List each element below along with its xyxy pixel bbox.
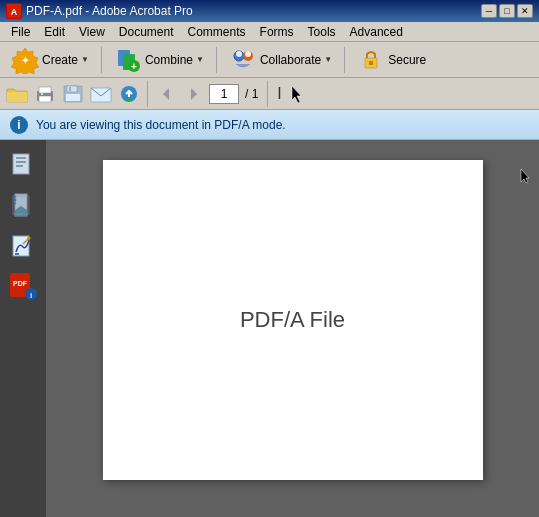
pages-icon [11, 152, 35, 180]
svg-point-12 [245, 51, 251, 57]
menu-view[interactable]: View [72, 22, 112, 42]
menu-comments[interactable]: Comments [181, 22, 253, 42]
create-dropdown-arrow: ▼ [81, 55, 89, 64]
svg-text:A: A [11, 7, 18, 17]
svg-rect-16 [39, 87, 51, 93]
bookmarks-panel-button[interactable] [5, 188, 41, 224]
svg-rect-14 [369, 61, 373, 65]
svg-rect-22 [69, 87, 71, 91]
main-area: PDF i PDF/A File [0, 140, 539, 517]
svg-marker-25 [163, 88, 169, 100]
folder-icon [6, 84, 28, 104]
separator-2 [216, 47, 217, 73]
separator-5 [267, 81, 268, 107]
pdf-badge-icon: PDF i [9, 272, 37, 300]
signatures-panel-button[interactable] [5, 228, 41, 264]
svg-text:i: i [30, 291, 32, 300]
menu-tools[interactable]: Tools [301, 22, 343, 42]
create-button[interactable]: ✦ Create ▼ [4, 43, 96, 77]
create-icon: ✦ [11, 46, 39, 74]
collaborate-label: Collaborate [260, 53, 321, 67]
next-page-icon [186, 86, 202, 102]
combine-dropdown-arrow: ▼ [196, 55, 204, 64]
svg-text:✦: ✦ [21, 55, 30, 66]
pdf-info-button[interactable]: PDF i [5, 268, 41, 304]
mouse-cursor [519, 168, 531, 189]
separator-3 [344, 47, 345, 73]
collaborate-icon [229, 46, 257, 74]
email-icon [90, 84, 112, 104]
bookmarks-icon [11, 192, 35, 220]
info-icon: i [10, 116, 28, 134]
title-bar: A PDF-A.pdf - Adobe Acrobat Pro ─ □ ✕ [0, 0, 539, 22]
pages-panel-button[interactable] [5, 148, 41, 184]
folder-button[interactable] [4, 82, 30, 106]
create-label: Create [42, 53, 78, 67]
secure-button[interactable]: Secure [350, 43, 433, 77]
app-icon: A [6, 3, 22, 19]
svg-rect-17 [39, 96, 51, 102]
nav-toolbar: / 1 I [0, 78, 539, 110]
prev-page-button[interactable] [153, 82, 179, 106]
svg-rect-20 [67, 86, 77, 92]
combine-label: Combine [145, 53, 193, 67]
signatures-icon [11, 232, 35, 260]
svg-point-11 [236, 51, 242, 57]
window-title: PDF-A.pdf - Adobe Acrobat Pro [26, 4, 477, 18]
combine-icon: + [114, 46, 142, 74]
page-total: / 1 [241, 87, 262, 101]
main-toolbar: ✦ Create ▼ + Combine ▼ Collaborate ▼ [0, 42, 539, 78]
page-number-input[interactable] [209, 84, 239, 104]
menu-document[interactable]: Document [112, 22, 181, 42]
upload-icon [118, 84, 140, 104]
separator-4 [147, 81, 148, 107]
cursor-icon [288, 84, 304, 104]
svg-marker-26 [191, 88, 197, 100]
prev-page-icon [158, 86, 174, 102]
document-content: PDF/A File [240, 307, 345, 333]
print-icon [34, 84, 56, 104]
svg-rect-29 [16, 161, 26, 163]
document-view[interactable]: PDF/A File [46, 140, 539, 517]
left-sidebar: PDF i [0, 140, 46, 517]
combine-button[interactable]: + Combine ▼ [107, 43, 211, 77]
secure-label: Secure [388, 53, 426, 67]
info-bar: i You are viewing this document in PDF/A… [0, 110, 539, 140]
separator-1 [101, 47, 102, 73]
upload-button[interactable] [116, 82, 142, 106]
secure-icon [357, 46, 385, 74]
svg-rect-21 [66, 94, 80, 101]
svg-rect-30 [16, 165, 23, 167]
svg-rect-18 [41, 93, 43, 95]
menu-forms[interactable]: Forms [253, 22, 301, 42]
save-icon [62, 84, 84, 104]
close-button[interactable]: ✕ [517, 4, 533, 18]
save-button[interactable] [60, 82, 86, 106]
next-page-button[interactable] [181, 82, 207, 106]
svg-rect-28 [16, 157, 26, 159]
svg-text:PDF: PDF [13, 280, 28, 287]
window-controls[interactable]: ─ □ ✕ [481, 4, 533, 18]
menu-bar: File Edit View Document Comments Forms T… [0, 22, 539, 42]
collaborate-dropdown-arrow: ▼ [324, 55, 332, 64]
maximize-button[interactable]: □ [499, 4, 515, 18]
info-message: You are viewing this document in PDF/A m… [36, 118, 286, 132]
print-button[interactable] [32, 82, 58, 106]
cursor-tool-indicator: I [273, 85, 285, 103]
menu-file[interactable]: File [4, 22, 37, 42]
menu-advanced[interactable]: Advanced [343, 22, 410, 42]
menu-edit[interactable]: Edit [37, 22, 72, 42]
collaborate-button[interactable]: Collaborate ▼ [222, 43, 339, 77]
minimize-button[interactable]: ─ [481, 4, 497, 18]
document-page: PDF/A File [103, 160, 483, 480]
email-button[interactable] [88, 82, 114, 106]
svg-text:+: + [131, 61, 137, 72]
